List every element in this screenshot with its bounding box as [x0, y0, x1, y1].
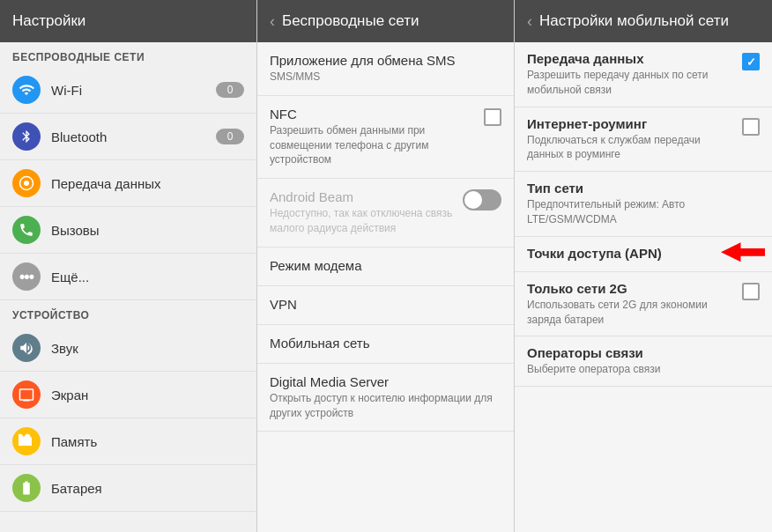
- roaming-item[interactable]: Интернет-роуминг Подключаться к службам …: [515, 107, 772, 173]
- network-type-title: Тип сети: [527, 181, 760, 196]
- sound-label: Звук: [51, 341, 244, 356]
- nfc-checkbox[interactable]: [484, 108, 501, 126]
- middle-panel-title: Беспроводные сети: [282, 12, 419, 30]
- operators-item[interactable]: Операторы связи Выберите оператора связи: [515, 336, 772, 387]
- data-transfer-right-title: Передача данных: [527, 51, 735, 66]
- apn-item[interactable]: Точки доступа (APN): [515, 237, 772, 272]
- sms-title: Приложение для обмена SMS: [270, 53, 501, 68]
- dms-item[interactable]: Digital Media Server Открыть доступ к но…: [257, 364, 514, 432]
- calls-label: Вызовы: [51, 223, 244, 238]
- sidebar-item-sound[interactable]: Звук: [0, 325, 256, 372]
- wifi-icon: [12, 76, 41, 104]
- left-panel-header: Настройки: [0, 0, 256, 42]
- sidebar-item-display[interactable]: Экран: [0, 372, 256, 418]
- mobile-network-title: Мобильная сеть: [270, 336, 501, 351]
- data-transfer-label: Передача данных: [51, 176, 244, 191]
- middle-panel-header: ‹ Беспроводные сети: [257, 0, 514, 42]
- hotspot-item[interactable]: Режим модема: [257, 248, 514, 286]
- android-beam-item: Android Beam Недоступно, так как отключе…: [257, 179, 514, 248]
- left-panel-title: Настройки: [12, 12, 85, 30]
- bluetooth-label: Bluetooth: [51, 129, 216, 144]
- nfc-item[interactable]: NFC Разрешить обмен данными при совмещен…: [257, 96, 514, 179]
- android-beam-subtitle: Недоступно, так как отключена связь мало…: [270, 206, 456, 236]
- storage-icon: [12, 427, 41, 455]
- wifi-badge: 0: [216, 82, 244, 98]
- 2g-only-item[interactable]: Только сети 2G Использовать сети 2G для …: [515, 272, 772, 337]
- calls-icon: [12, 216, 41, 244]
- right-back-arrow[interactable]: ‹: [527, 12, 532, 31]
- android-beam-title: Android Beam: [270, 189, 456, 204]
- roaming-title: Интернет-роуминг: [527, 116, 735, 131]
- middle-back-arrow[interactable]: ‹: [270, 12, 275, 31]
- sidebar-item-battery[interactable]: Батарея: [0, 465, 256, 512]
- network-type-sub: Предпочтительный режим: Авто LTE/GSM/WCD…: [527, 197, 760, 227]
- sidebar-item-data-transfer[interactable]: Передача данных: [0, 160, 256, 207]
- more-label: Ещё...: [51, 270, 244, 284]
- battery-icon: [12, 474, 41, 502]
- apn-title: Точки доступа (APN): [527, 246, 701, 261]
- data-transfer-checkbox[interactable]: [742, 53, 760, 70]
- apn-arrow: [721, 242, 765, 265]
- sidebar-item-wifi[interactable]: Wi-Fi 0: [0, 67, 256, 114]
- sms-subtitle: SMS/MMS: [270, 70, 501, 85]
- operators-sub: Выберите оператора связи: [527, 362, 760, 377]
- data-transfer-right-sub: Разрешить передачу данных по сети мобиль…: [527, 68, 735, 98]
- mobile-network-item[interactable]: Мобильная сеть: [257, 325, 514, 364]
- 2g-only-sub: Использовать сети 2G для экономии заряда…: [527, 298, 735, 328]
- nfc-title: NFC: [270, 107, 477, 122]
- vpn-item[interactable]: VPN: [257, 286, 514, 325]
- sidebar-item-calls[interactable]: Вызовы: [0, 207, 256, 254]
- svg-point-1: [24, 181, 29, 186]
- right-panel-header: ‹ Настройки мобильной сети: [515, 0, 772, 42]
- vpn-title: VPN: [270, 297, 501, 312]
- more-icon: •••: [12, 262, 41, 291]
- data-transfer-item[interactable]: Передача данных Разрешить передачу данны…: [515, 42, 772, 107]
- nfc-subtitle: Разрешить обмен данными при совмещении т…: [270, 123, 477, 167]
- middle-panel: ‹ Беспроводные сети Приложение для обмен…: [257, 0, 515, 532]
- dms-title: Digital Media Server: [270, 374, 501, 389]
- network-type-item[interactable]: Тип сети Предпочтительный режим: Авто LT…: [515, 172, 772, 237]
- left-panel: Настройки БЕСПРОВОДНЫЕ СЕТИ Wi-Fi 0 Blue…: [0, 0, 257, 532]
- bluetooth-badge: 0: [216, 129, 244, 144]
- sms-item[interactable]: Приложение для обмена SMS SMS/MMS: [257, 42, 514, 96]
- roaming-sub: Подключаться к службам передачи данных в…: [527, 133, 735, 163]
- sidebar-item-storage[interactable]: Память: [0, 418, 256, 465]
- battery-label: Батарея: [51, 481, 244, 496]
- android-beam-toggle: [463, 189, 501, 211]
- right-panel: ‹ Настройки мобильной сети Передача данн…: [515, 0, 772, 532]
- device-section-label: УСТРОЙСТВО: [0, 300, 256, 325]
- display-label: Экран: [51, 388, 244, 403]
- dms-subtitle: Открыть доступ к носителю информации для…: [270, 391, 501, 421]
- bluetooth-icon: [12, 122, 41, 151]
- right-panel-title: Настройки мобильной сети: [539, 12, 729, 30]
- wifi-label: Wi-Fi: [51, 83, 216, 98]
- storage-label: Память: [51, 434, 244, 449]
- sidebar-item-bluetooth[interactable]: Bluetooth 0: [0, 114, 256, 160]
- sound-icon: [12, 334, 41, 362]
- sidebar-item-more[interactable]: ••• Ещё...: [0, 254, 256, 300]
- display-icon: [12, 381, 41, 409]
- hotspot-title: Режим модема: [270, 258, 501, 273]
- 2g-only-checkbox[interactable]: [742, 283, 760, 300]
- wireless-section-label: БЕСПРОВОДНЫЕ СЕТИ: [0, 42, 256, 67]
- apn-arrow-icon: [721, 242, 765, 262]
- operators-title: Операторы связи: [527, 345, 760, 360]
- 2g-only-title: Только сети 2G: [527, 281, 735, 296]
- roaming-checkbox[interactable]: [742, 118, 760, 136]
- data-transfer-icon: [12, 169, 41, 197]
